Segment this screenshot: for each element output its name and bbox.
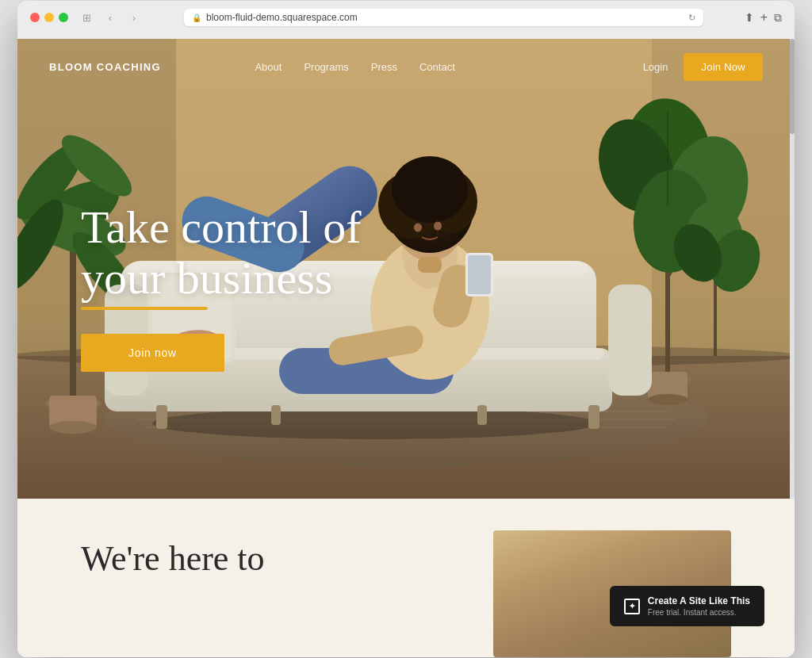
below-hero-section: We're here to (17, 499, 795, 657)
svg-point-62 (434, 222, 442, 231)
window-controls (30, 13, 68, 22)
svg-rect-55 (468, 255, 491, 294)
hero-title: Take control of your business (81, 202, 361, 310)
badge-text: Create A Site Like This Free trial. Inst… (648, 595, 750, 617)
share-icon[interactable]: ⬆ (745, 11, 754, 24)
reload-icon[interactable]: ↻ (688, 13, 695, 23)
nav-links: About Programs Press Contact (255, 59, 454, 74)
nav-programs[interactable]: Programs (304, 59, 348, 74)
nav-contact[interactable]: Contact (419, 59, 455, 74)
svg-rect-43 (156, 405, 167, 429)
badge-title: Create A Site Like This (648, 595, 750, 608)
website-content: BLOOM COACHING About Programs Press Cont… (17, 39, 795, 657)
svg-point-29 (648, 394, 688, 405)
browser-window: ⊞ ‹ › 🔒 bloom-fluid-demo.squarespace.com… (17, 1, 795, 657)
join-now-button[interactable]: Join Now (684, 53, 763, 81)
svg-rect-46 (477, 405, 487, 425)
lock-icon: 🔒 (192, 13, 201, 22)
site-logo: BLOOM COACHING (49, 61, 161, 73)
svg-rect-44 (588, 405, 599, 429)
maximize-button[interactable] (59, 13, 68, 22)
hero-cta-button[interactable]: Join now (81, 334, 224, 372)
url-text: bloom-fluid-demo.squarespace.com (206, 12, 358, 23)
nav-press[interactable]: Press (371, 59, 397, 74)
svg-point-18 (49, 421, 97, 434)
hero-headline: Take control of your business Join now (81, 202, 361, 372)
hero-section: BLOOM COACHING About Programs Press Cont… (17, 39, 795, 499)
minimize-button[interactable] (44, 13, 54, 22)
new-tab-icon[interactable]: + (760, 10, 768, 25)
nav-about[interactable]: About (255, 59, 282, 74)
svg-rect-63 (418, 257, 442, 273)
login-link[interactable]: Login (643, 61, 668, 73)
svg-point-60 (392, 156, 468, 223)
svg-point-61 (414, 224, 422, 232)
browser-nav: ⊞ ‹ › (78, 9, 143, 26)
squarespace-badge[interactable]: ✦ Create A Site Like This Free trial. In… (610, 586, 764, 626)
navbar: BLOOM COACHING About Programs Press Cont… (17, 39, 795, 94)
svg-rect-45 (271, 405, 281, 425)
badge-subtitle: Free trial. Instant access. (648, 608, 750, 617)
sidebar-toggle-button[interactable]: ⊞ (78, 9, 95, 26)
back-button[interactable]: ‹ (102, 9, 119, 26)
forward-button[interactable]: › (125, 9, 143, 26)
address-bar[interactable]: 🔒 bloom-fluid-demo.squarespace.com ↻ (184, 9, 703, 26)
browser-chrome: ⊞ ‹ › 🔒 bloom-fluid-demo.squarespace.com… (17, 1, 795, 39)
nav-right: Login Join Now (643, 53, 763, 81)
svg-rect-40 (608, 285, 652, 396)
close-button[interactable] (30, 13, 40, 22)
scrollbar[interactable] (790, 39, 795, 499)
hero-underline-decoration (81, 307, 208, 310)
browser-action-buttons: ⬆ + ⧉ (745, 10, 782, 25)
squarespace-logo-icon: ✦ (624, 599, 640, 614)
tabs-icon[interactable]: ⧉ (774, 11, 782, 25)
svg-point-34 (152, 407, 596, 439)
